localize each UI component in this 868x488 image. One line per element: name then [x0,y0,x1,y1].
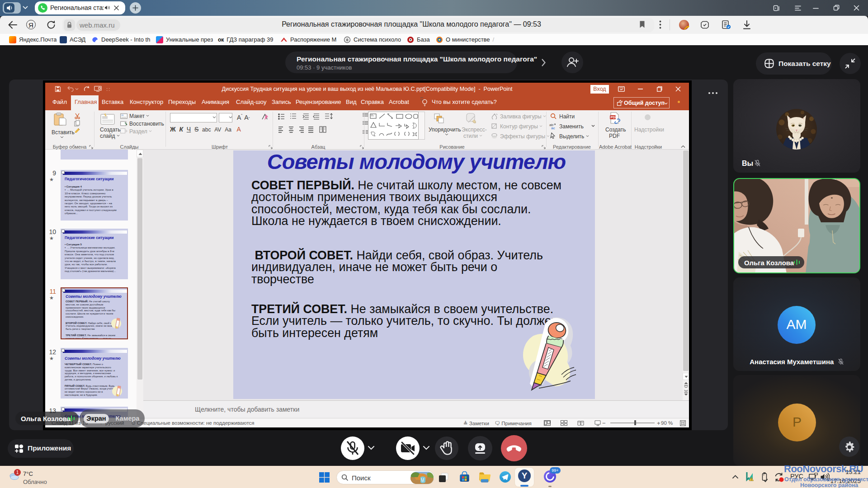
svg-text:ac: ac [551,126,555,130]
svg-text:PDF: PDF [611,115,618,119]
